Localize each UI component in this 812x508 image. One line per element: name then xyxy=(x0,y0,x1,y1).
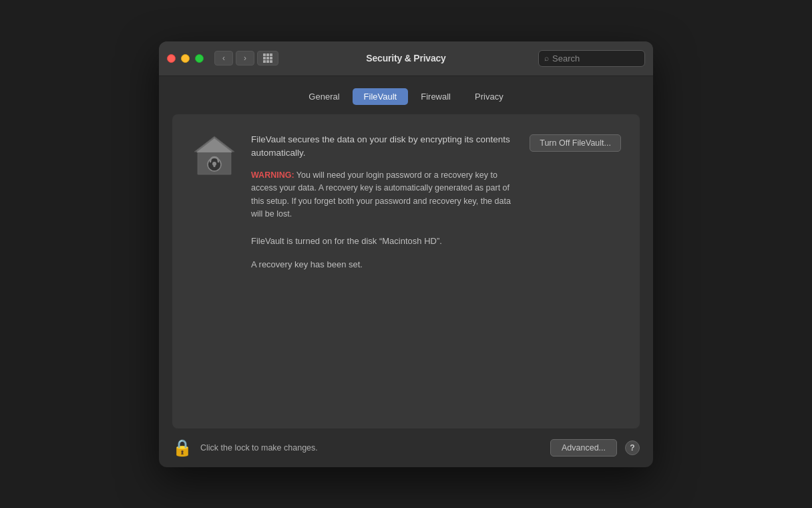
filevault-header: FileVault secures the data on your disk … xyxy=(191,133,621,221)
nav-buttons: ‹ › xyxy=(214,51,254,66)
disk-status: FileVault is turned on for the disk “Mac… xyxy=(251,235,621,248)
traffic-lights xyxy=(167,54,204,63)
search-icon: ⌕ xyxy=(544,53,549,63)
tabs-bar: General FileVault Firewall Privacy xyxy=(159,76,653,114)
maximize-button[interactable] xyxy=(195,54,204,63)
recovery-status: A recovery key has been set. xyxy=(251,258,621,271)
turn-off-filevault-button[interactable]: Turn Off FileVault... xyxy=(530,134,621,152)
warning-text: WARNING: You will need your login passwo… xyxy=(251,169,516,221)
filevault-icon xyxy=(191,133,238,180)
grid-view-button[interactable] xyxy=(257,51,278,66)
back-button[interactable]: ‹ xyxy=(214,51,233,66)
close-button[interactable] xyxy=(167,54,176,63)
advanced-button[interactable]: Advanced... xyxy=(550,439,617,457)
help-button[interactable]: ? xyxy=(625,440,640,455)
tab-privacy[interactable]: Privacy xyxy=(463,88,515,105)
content-panel: FileVault secures the data on your disk … xyxy=(172,114,640,428)
grid-icon xyxy=(263,53,272,63)
tab-firewall[interactable]: Firewall xyxy=(409,88,462,105)
titlebar: ‹ › Security & Privacy ⌕ xyxy=(159,41,653,76)
svg-marker-1 xyxy=(196,138,232,152)
filevault-description: FileVault secures the data on your disk … xyxy=(251,133,516,160)
lock-label: Click the lock to make changes. xyxy=(200,443,542,453)
window-title: Security & Privacy xyxy=(366,53,445,64)
forward-button[interactable]: › xyxy=(236,51,254,66)
svg-rect-5 xyxy=(214,164,216,167)
search-input[interactable] xyxy=(552,53,639,64)
main-window: ‹ › Security & Privacy ⌕ General FileVau… xyxy=(159,41,653,467)
bottom-bar: 🔒 Click the lock to make changes. Advanc… xyxy=(159,428,653,467)
lock-icon[interactable]: 🔒 xyxy=(172,440,192,456)
filevault-info: FileVault secures the data on your disk … xyxy=(251,133,516,221)
minimize-button[interactable] xyxy=(181,54,190,63)
status-section: FileVault is turned on for the disk “Mac… xyxy=(191,235,621,271)
search-box[interactable]: ⌕ xyxy=(538,50,645,67)
tab-filevault[interactable]: FileVault xyxy=(353,88,409,105)
tab-general[interactable]: General xyxy=(297,88,351,105)
warning-label: WARNING: xyxy=(251,170,294,180)
